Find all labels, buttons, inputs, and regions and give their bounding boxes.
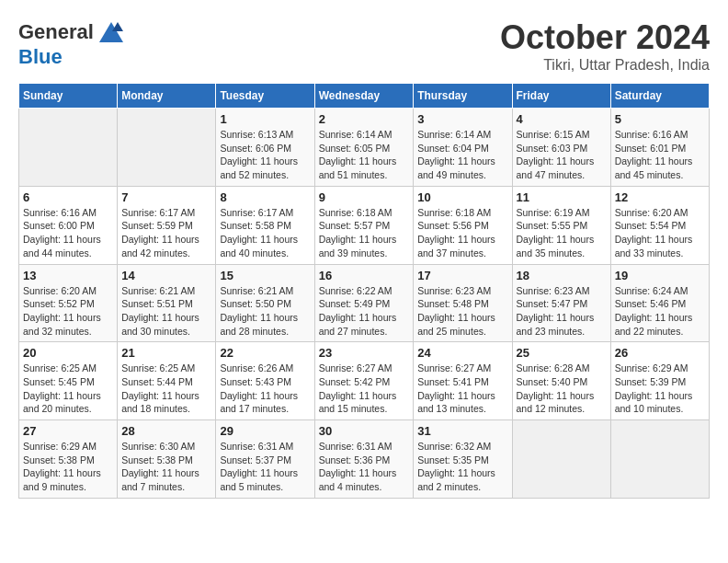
column-header-sunday: Sunday [19,84,118,109]
day-info: Sunrise: 6:25 AM Sunset: 5:44 PM Dayligh… [121,362,211,416]
calendar-cell: 13Sunrise: 6:20 AM Sunset: 5:52 PM Dayli… [19,264,118,342]
calendar-cell [118,109,216,187]
day-info: Sunrise: 6:21 AM Sunset: 5:51 PM Dayligh… [121,284,211,339]
day-number: 18 [517,269,607,282]
location-subtitle: Tikri, Uttar Pradesh, India [500,57,710,74]
calendar-cell: 29Sunrise: 6:31 AM Sunset: 5:37 PM Dayli… [216,420,314,499]
logo: General Blue [18,18,125,68]
day-number: 8 [220,190,310,204]
day-info: Sunrise: 6:25 AM Sunset: 5:45 PM Dayligh… [23,362,113,416]
day-number: 15 [220,269,310,282]
day-info: Sunrise: 6:15 AM Sunset: 6:03 PM Dayligh… [517,128,607,182]
calendar-cell: 1Sunrise: 6:13 AM Sunset: 6:06 PM Daylig… [216,109,314,187]
column-header-tuesday: Tuesday [216,84,314,109]
day-info: Sunrise: 6:17 AM Sunset: 5:59 PM Dayligh… [121,206,211,260]
day-number: 11 [517,190,607,204]
calendar-cell [19,109,118,187]
calendar-cell: 10Sunrise: 6:18 AM Sunset: 5:56 PM Dayli… [414,186,512,264]
day-info: Sunrise: 6:31 AM Sunset: 5:36 PM Dayligh… [319,440,410,494]
day-info: Sunrise: 6:29 AM Sunset: 5:39 PM Dayligh… [615,362,705,416]
calendar-cell: 30Sunrise: 6:31 AM Sunset: 5:36 PM Dayli… [314,420,414,499]
column-header-friday: Friday [512,84,610,109]
day-number: 10 [417,190,507,204]
day-number: 16 [319,269,410,282]
day-info: Sunrise: 6:27 AM Sunset: 5:41 PM Dayligh… [417,362,507,416]
calendar-body: 1Sunrise: 6:13 AM Sunset: 6:06 PM Daylig… [19,109,710,499]
day-number: 5 [615,112,705,126]
day-info: Sunrise: 6:13 AM Sunset: 6:06 PM Dayligh… [220,128,310,182]
day-number: 27 [23,424,113,438]
day-number: 17 [417,269,507,282]
day-number: 19 [615,269,705,282]
page-header: General Blue October 2024 Tikri, Uttar P… [18,18,710,74]
calendar-cell [512,420,610,499]
day-info: Sunrise: 6:14 AM Sunset: 6:04 PM Dayligh… [417,128,507,182]
column-header-saturday: Saturday [610,84,709,109]
calendar-table: SundayMondayTuesdayWednesdayThursdayFrid… [18,83,710,499]
day-number: 24 [417,346,507,360]
calendar-cell: 7Sunrise: 6:17 AM Sunset: 5:59 PM Daylig… [118,186,216,264]
day-info: Sunrise: 6:29 AM Sunset: 5:38 PM Dayligh… [23,440,113,494]
day-number: 9 [319,190,410,204]
calendar-cell [610,420,709,499]
calendar-cell: 28Sunrise: 6:30 AM Sunset: 5:38 PM Dayli… [118,420,216,499]
day-info: Sunrise: 6:17 AM Sunset: 5:58 PM Dayligh… [220,206,310,260]
day-number: 28 [121,424,211,438]
day-info: Sunrise: 6:20 AM Sunset: 5:54 PM Dayligh… [615,206,705,260]
day-info: Sunrise: 6:31 AM Sunset: 5:37 PM Dayligh… [220,440,310,494]
svg-marker-0 [99,22,123,42]
calendar-cell: 4Sunrise: 6:15 AM Sunset: 6:03 PM Daylig… [512,109,610,187]
calendar-cell: 22Sunrise: 6:26 AM Sunset: 5:43 PM Dayli… [216,342,314,420]
title-area: October 2024 Tikri, Uttar Pradesh, India [500,18,710,74]
day-number: 23 [319,346,410,360]
day-number: 3 [417,112,507,126]
calendar-cell: 12Sunrise: 6:20 AM Sunset: 5:54 PM Dayli… [610,186,709,264]
calendar-cell: 11Sunrise: 6:19 AM Sunset: 5:55 PM Dayli… [512,186,610,264]
day-info: Sunrise: 6:26 AM Sunset: 5:43 PM Dayligh… [220,362,310,416]
day-info: Sunrise: 6:14 AM Sunset: 6:05 PM Dayligh… [319,128,410,182]
calendar-cell: 9Sunrise: 6:18 AM Sunset: 5:57 PM Daylig… [314,186,414,264]
day-info: Sunrise: 6:21 AM Sunset: 5:50 PM Dayligh… [220,284,310,339]
day-info: Sunrise: 6:30 AM Sunset: 5:38 PM Dayligh… [121,440,211,494]
calendar-cell: 5Sunrise: 6:16 AM Sunset: 6:01 PM Daylig… [610,109,709,187]
calendar-cell: 20Sunrise: 6:25 AM Sunset: 5:45 PM Dayli… [19,342,118,420]
day-number: 29 [220,424,310,438]
day-number: 30 [319,424,410,438]
calendar-cell: 14Sunrise: 6:21 AM Sunset: 5:51 PM Dayli… [118,264,216,342]
day-info: Sunrise: 6:19 AM Sunset: 5:55 PM Dayligh… [517,206,607,260]
calendar-cell: 6Sunrise: 6:16 AM Sunset: 6:00 PM Daylig… [19,186,118,264]
calendar-cell: 3Sunrise: 6:14 AM Sunset: 6:04 PM Daylig… [414,109,512,187]
day-number: 31 [417,424,507,438]
day-info: Sunrise: 6:27 AM Sunset: 5:42 PM Dayligh… [319,362,410,416]
day-info: Sunrise: 6:24 AM Sunset: 5:46 PM Dayligh… [615,284,705,339]
calendar-cell: 21Sunrise: 6:25 AM Sunset: 5:44 PM Dayli… [118,342,216,420]
logo-blue: Blue [18,45,63,68]
column-header-wednesday: Wednesday [314,84,414,109]
calendar-cell: 31Sunrise: 6:32 AM Sunset: 5:35 PM Dayli… [414,420,512,499]
day-number: 25 [517,346,607,360]
column-header-thursday: Thursday [414,84,512,109]
calendar-cell: 24Sunrise: 6:27 AM Sunset: 5:41 PM Dayli… [414,342,512,420]
day-number: 6 [23,190,113,204]
calendar-cell: 25Sunrise: 6:28 AM Sunset: 5:40 PM Dayli… [512,342,610,420]
calendar-cell: 15Sunrise: 6:21 AM Sunset: 5:50 PM Dayli… [216,264,314,342]
day-number: 4 [517,112,607,126]
logo-icon [97,18,125,46]
day-info: Sunrise: 6:18 AM Sunset: 5:57 PM Dayligh… [319,206,410,260]
day-info: Sunrise: 6:16 AM Sunset: 6:01 PM Dayligh… [615,128,705,182]
day-info: Sunrise: 6:28 AM Sunset: 5:40 PM Dayligh… [517,362,607,416]
calendar-cell: 8Sunrise: 6:17 AM Sunset: 5:58 PM Daylig… [216,186,314,264]
calendar-cell: 27Sunrise: 6:29 AM Sunset: 5:38 PM Dayli… [19,420,118,499]
day-number: 21 [121,346,211,360]
calendar-cell: 26Sunrise: 6:29 AM Sunset: 5:39 PM Dayli… [610,342,709,420]
calendar-week-row: 13Sunrise: 6:20 AM Sunset: 5:52 PM Dayli… [19,264,710,342]
day-number: 22 [220,346,310,360]
calendar-week-row: 6Sunrise: 6:16 AM Sunset: 6:00 PM Daylig… [19,186,710,264]
day-info: Sunrise: 6:18 AM Sunset: 5:56 PM Dayligh… [417,206,507,260]
month-year-title: October 2024 [500,18,710,57]
calendar-week-row: 20Sunrise: 6:25 AM Sunset: 5:45 PM Dayli… [19,342,710,420]
calendar-cell: 19Sunrise: 6:24 AM Sunset: 5:46 PM Dayli… [610,264,709,342]
day-number: 20 [23,346,113,360]
day-number: 2 [319,112,410,126]
calendar-cell: 16Sunrise: 6:22 AM Sunset: 5:49 PM Dayli… [314,264,414,342]
